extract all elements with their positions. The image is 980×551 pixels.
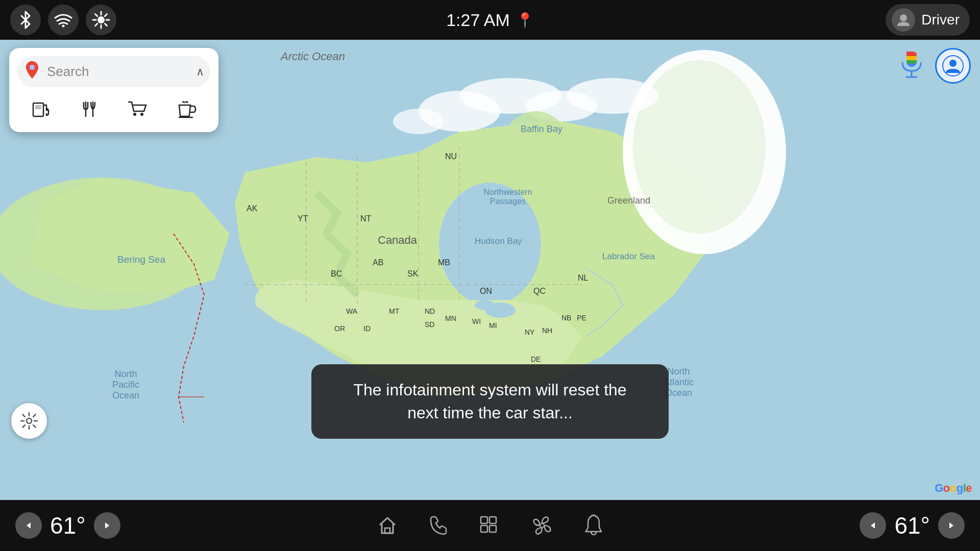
svg-rect-35 — [35, 105, 41, 109]
svg-point-16 — [633, 60, 766, 234]
time-display: 1:27 AM 📍 — [446, 10, 534, 30]
cafe-icon[interactable] — [171, 96, 202, 122]
svg-line-6 — [95, 14, 97, 16]
svg-rect-34 — [33, 103, 43, 116]
svg-line-7 — [105, 23, 107, 26]
settings-button[interactable] — [11, 403, 47, 439]
svg-point-0 — [62, 25, 65, 28]
svg-point-55 — [949, 60, 957, 67]
svg-rect-53 — [906, 64, 917, 67]
svg-marker-66 — [949, 522, 953, 529]
svg-point-64 — [540, 523, 544, 528]
svg-marker-57 — [27, 522, 31, 529]
google-logo: Google — [935, 482, 972, 495]
fan-button[interactable] — [531, 514, 553, 537]
temp-left-value: 61° — [50, 512, 86, 539]
search-bar[interactable]: Search ∧ — [17, 56, 210, 87]
svg-line-8 — [105, 14, 107, 16]
map-top-right — [895, 48, 971, 84]
svg-rect-60 — [481, 517, 487, 523]
svg-point-10 — [900, 14, 907, 21]
svg-marker-58 — [105, 522, 109, 529]
search-categories — [17, 96, 210, 122]
svg-point-21 — [393, 109, 444, 134]
top-bar: 1:27 AM 📍 Driver — [0, 0, 980, 40]
svg-point-20 — [567, 78, 658, 114]
svg-point-36 — [46, 108, 48, 110]
svg-rect-63 — [489, 525, 496, 532]
svg-rect-61 — [489, 517, 496, 523]
time-text: 1:27 AM — [446, 10, 510, 30]
temp-left-up-button[interactable] — [94, 512, 120, 539]
temp-left-section: 61° — [15, 512, 120, 539]
account-button[interactable] — [935, 48, 971, 84]
svg-point-33 — [30, 65, 35, 70]
avatar — [892, 8, 915, 32]
toast-message: The infotainment system will reset the n… — [353, 381, 626, 422]
svg-point-56 — [27, 418, 32, 423]
svg-line-9 — [95, 23, 97, 26]
wifi-button[interactable] — [48, 5, 79, 35]
search-input[interactable]: Search — [47, 64, 190, 80]
svg-point-1 — [97, 16, 105, 23]
temp-right-value: 61° — [894, 512, 930, 539]
notification-button[interactable] — [584, 514, 603, 537]
top-bar-left — [10, 5, 116, 35]
phone-button[interactable] — [429, 515, 448, 536]
home-button[interactable] — [377, 515, 398, 536]
toast-notification: The infotainment system will reset the n… — [311, 364, 669, 439]
svg-point-26 — [475, 300, 495, 310]
bottom-bar: 61° — [0, 500, 980, 551]
temp-right-up-button[interactable] — [938, 512, 965, 539]
location-pin-icon: 📍 — [516, 12, 534, 29]
restaurant-icon[interactable] — [75, 96, 105, 122]
driver-button[interactable]: Driver — [886, 4, 970, 36]
apps-button[interactable] — [479, 515, 500, 536]
driver-label: Driver — [921, 12, 960, 28]
google-maps-logo — [23, 60, 41, 83]
search-collapse-icon[interactable]: ∧ — [196, 65, 204, 79]
svg-rect-51 — [906, 56, 917, 60]
temp-right-down-button[interactable] — [860, 512, 886, 539]
svg-rect-62 — [481, 525, 487, 532]
bluetooth-button[interactable] — [10, 5, 41, 35]
shopping-icon[interactable] — [122, 96, 153, 122]
voice-button[interactable] — [895, 49, 928, 82]
svg-point-23 — [439, 183, 541, 305]
nav-icons — [377, 514, 603, 537]
gas-station-icon[interactable] — [26, 96, 57, 122]
temp-left-down-button[interactable] — [15, 512, 42, 539]
svg-rect-52 — [906, 60, 917, 64]
temp-right-section: 61° — [860, 512, 965, 539]
svg-point-39 — [133, 113, 136, 116]
brightness-button[interactable] — [86, 5, 116, 35]
search-panel: Search ∧ — [9, 48, 218, 132]
svg-marker-65 — [871, 522, 875, 529]
svg-point-40 — [140, 113, 143, 116]
map-area[interactable]: Arctic Ocean Baffin Bay NorthwesternPass… — [0, 40, 980, 500]
